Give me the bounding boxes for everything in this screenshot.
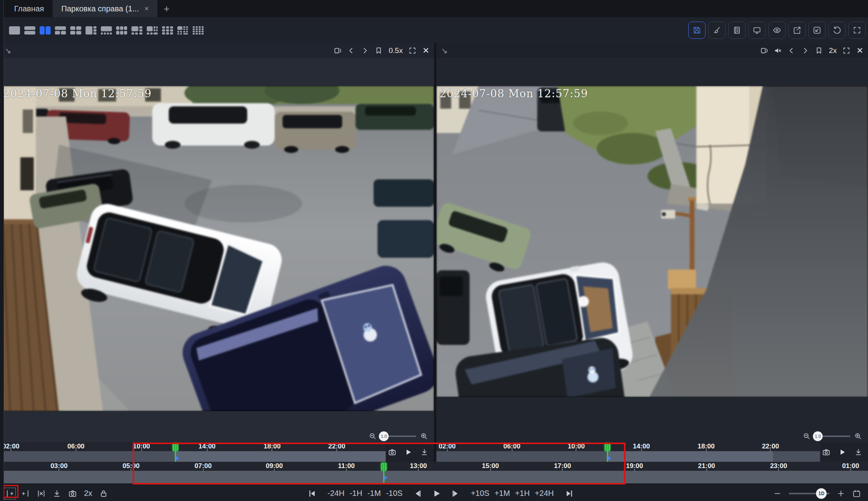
panel-close-icon[interactable]: ✕ (422, 46, 429, 55)
snapshot-icon[interactable] (68, 489, 77, 498)
monitor-button[interactable] (748, 22, 766, 39)
step-back-24h[interactable]: -24H (328, 489, 345, 498)
zoom-out-icon[interactable] (803, 432, 810, 440)
bookmark-icon[interactable] (815, 47, 823, 55)
step-back-icon[interactable] (414, 489, 422, 498)
save-button[interactable] (688, 22, 706, 39)
tab-add-button[interactable]: + (157, 0, 176, 17)
timeline-right[interactable]: 02:00 06:00 10:00 14:00 18:00 22:00 (436, 442, 868, 462)
speed-label[interactable]: 0.5x (388, 46, 403, 55)
download-icon[interactable] (53, 489, 61, 498)
collapse-button[interactable] (808, 22, 826, 39)
fullscreen-button[interactable] (848, 22, 866, 39)
video-left[interactable]: 2024-07-08 Mon 12:57:59 (0, 86, 434, 411)
step-forward-icon[interactable] (451, 489, 460, 498)
layout-3x3-icon[interactable] (162, 26, 173, 35)
add-segment-start-icon[interactable] (5, 489, 14, 498)
window-edge (0, 0, 4, 501)
range-zoom-out-icon[interactable] (773, 489, 782, 498)
next-icon[interactable] (361, 47, 369, 55)
add-segment-end-icon[interactable] (21, 489, 30, 498)
zoom-out-icon[interactable] (369, 432, 376, 440)
panel-fullscreen-icon[interactable] (842, 47, 850, 55)
layout-2x2-icon[interactable] (70, 26, 82, 35)
zoom-in-icon[interactable] (854, 432, 862, 440)
bookmark-icon[interactable] (375, 47, 383, 55)
download-icon[interactable] (420, 448, 429, 456)
layout-3x2-icon[interactable] (116, 26, 128, 35)
export-button[interactable] (788, 22, 806, 39)
step-fwd-1m[interactable]: +1M (494, 489, 510, 498)
play-icon[interactable] (838, 448, 846, 456)
skip-end-icon[interactable] (565, 489, 573, 498)
snapshot-icon[interactable] (388, 448, 396, 456)
zoom-slider-knob[interactable]: 1.0 (813, 431, 823, 441)
range-zoom-in-icon[interactable] (837, 489, 845, 498)
snapshot-icon[interactable] (822, 448, 830, 456)
step-back-1m[interactable]: -1M (367, 489, 381, 498)
brush-button[interactable] (708, 22, 726, 39)
timeline-right-playhead[interactable] (604, 443, 610, 462)
layout-1-top-2-bottom-icon[interactable] (55, 26, 66, 35)
layout-1-left-11-icon[interactable] (177, 26, 189, 35)
timeline-left-track[interactable] (0, 451, 386, 462)
zoom-slider-left[interactable]: 1.0 (380, 435, 416, 437)
recorded-segment[interactable] (175, 451, 386, 462)
next-icon[interactable] (801, 47, 809, 55)
mute-icon[interactable] (774, 47, 782, 55)
timeline-left[interactable]: 02:00 06:00 10:00 14:00 18:00 22:00 (0, 442, 434, 462)
step-fwd-10s[interactable]: +10S (471, 489, 489, 498)
layout-4x4-icon[interactable] (192, 26, 204, 35)
speed-label[interactable]: 2x (829, 46, 837, 55)
step-fwd-24h[interactable]: +24H (535, 489, 554, 498)
pip-icon[interactable] (760, 47, 768, 55)
clear-segments-icon[interactable] (37, 489, 46, 498)
layout-2-rows-icon[interactable] (24, 26, 36, 35)
camera-panel-right[interactable]: ↘ 2x ✕ (436, 43, 868, 442)
prev-icon[interactable] (347, 47, 355, 55)
back-steps: -24H -1H -1M -10S (328, 489, 403, 498)
layout-1-left-3-icon[interactable] (85, 26, 97, 35)
playback-speed-label[interactable]: 2x (84, 489, 92, 498)
master-playhead[interactable] (381, 463, 387, 483)
play-icon[interactable] (404, 448, 412, 456)
tab-close-icon[interactable]: × (144, 4, 149, 13)
lock-icon[interactable] (99, 489, 108, 498)
panel-close-icon[interactable]: ✕ (856, 46, 863, 55)
layout-1-left-5-icon[interactable] (131, 26, 143, 35)
layout-single-icon[interactable] (9, 26, 20, 35)
corner-arrow-icon[interactable]: ↘ (5, 46, 11, 55)
eye-button[interactable] (768, 22, 786, 39)
prev-icon[interactable] (788, 47, 795, 55)
layout-1-left-7-icon[interactable] (146, 26, 158, 35)
video-right[interactable]: 2024-07-08 Mon 12:57:59 (436, 86, 868, 397)
panel-fullscreen-icon[interactable] (408, 47, 416, 55)
zoom-slider-right[interactable]: 1.0 (814, 435, 850, 437)
play-button-icon[interactable] (432, 489, 441, 498)
master-timeline-track[interactable] (0, 471, 868, 483)
skip-start-icon[interactable] (308, 489, 317, 498)
download-icon[interactable] (854, 448, 863, 456)
tab-parking-label: Парковка справа (1... (61, 4, 139, 13)
zoom-in-icon[interactable] (420, 432, 428, 440)
step-back-1h[interactable]: -1H (350, 489, 362, 498)
tab-parking-right[interactable]: Парковка справа (1... × (53, 0, 157, 17)
timeline-left-playhead[interactable] (172, 443, 178, 462)
reset-button[interactable] (828, 22, 846, 39)
range-slider-knob[interactable]: 1D (816, 488, 827, 499)
layout-1-top-4-icon[interactable] (100, 26, 112, 35)
zoom-slider-knob[interactable]: 1.0 (379, 431, 389, 441)
pip-icon[interactable] (334, 47, 341, 55)
camera-panel-left[interactable]: ↘ 0.5x ✕ (0, 43, 434, 442)
master-timeline[interactable]: 03:00 05:00 07:00 09:00 11:00 13:00 15:0… (0, 462, 868, 483)
recorded-segment[interactable] (607, 451, 773, 462)
layout-2-columns-icon[interactable] (39, 26, 51, 35)
calendar-icon[interactable] (852, 489, 861, 498)
timeline-right-track[interactable] (436, 451, 820, 462)
step-back-10s[interactable]: -10S (386, 489, 403, 498)
range-slider[interactable]: 1D (789, 493, 830, 494)
step-fwd-1h[interactable]: +1H (515, 489, 530, 498)
corner-arrow-icon[interactable]: ↘ (441, 46, 448, 55)
report-panel-button[interactable] (728, 22, 746, 39)
tab-home[interactable]: Главная (5, 0, 53, 17)
